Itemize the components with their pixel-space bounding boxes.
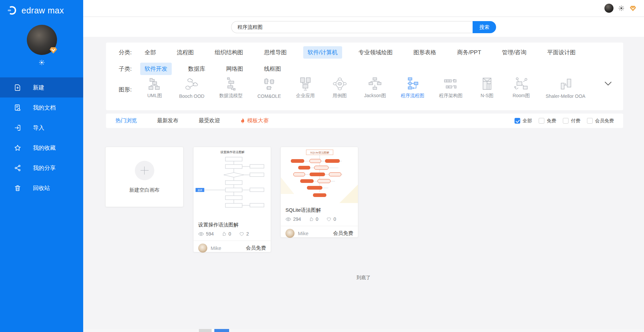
category-mindmap[interactable]: 思维导图 (260, 46, 291, 59)
shape-booch-ood[interactable]: Booch OOD (179, 78, 204, 99)
subcategory-wireframe[interactable]: 线框图 (260, 63, 285, 75)
new-blank-canvas-card[interactable]: 新建空白画布 (105, 147, 183, 207)
new-document-icon (13, 83, 21, 91)
brightness-icon[interactable] (0, 60, 83, 67)
enterprise-app-icon (298, 77, 313, 91)
shape-uml[interactable]: UML图 (145, 77, 164, 99)
app-title: edraw max (21, 6, 64, 15)
header-brightness-icon[interactable] (619, 5, 624, 11)
sidebar-item-label: 我的文档 (33, 104, 56, 112)
category-professional[interactable]: 专业领域绘图 (354, 46, 397, 59)
price-filter-all[interactable]: 全部 (515, 118, 532, 124)
checkbox-member-free[interactable] (587, 118, 593, 124)
category-flowchart[interactable]: 流程图 (172, 46, 198, 59)
price-label: 会员免费 (246, 245, 266, 251)
shape-room-diagram[interactable]: Room图 (512, 77, 531, 99)
price-filter-free[interactable]: 免费 (539, 118, 556, 124)
trash-icon (13, 184, 21, 192)
template-footer: Mike 会员免费 (194, 241, 271, 255)
hearts-heart-icon[interactable] (326, 217, 331, 221)
scrollbar-thumb[interactable] (214, 329, 229, 332)
end-of-list-text: 到底了 (83, 275, 644, 281)
template-stats: 294 0 0 (281, 213, 358, 226)
subcategory-software-dev[interactable]: 软件开发 (140, 63, 172, 75)
sidebar-item-trash[interactable]: 回收站 (0, 178, 83, 198)
search-button[interactable]: 搜索 (473, 21, 496, 33)
price-filter-member-free[interactable]: 会员免费 (587, 118, 614, 124)
vip-badge-icon (49, 46, 58, 54)
template-thumbnail[interactable]: 设置操作语法图解 (194, 147, 271, 218)
category-software-computer[interactable]: 软件/计算机 (303, 46, 342, 59)
shaler-mellor-ooa-icon (558, 78, 573, 92)
template-thumbnail[interactable]: SQLite语法图解 (281, 147, 358, 203)
category-business-ppt[interactable]: 商务/PPT (453, 46, 486, 59)
horizontal-scrollbar[interactable] (83, 329, 644, 332)
checkbox-all[interactable] (515, 118, 520, 124)
program-architecture-icon (443, 77, 458, 91)
dataflow-model-icon (223, 77, 238, 91)
user-avatar[interactable] (27, 25, 57, 55)
subcategory-database[interactable]: 数据库 (184, 63, 210, 75)
checkbox-paid[interactable] (563, 118, 569, 124)
likes-thumb-icon[interactable] (222, 231, 226, 236)
search-input[interactable] (231, 21, 473, 33)
price-label: 会员免费 (333, 230, 353, 237)
app-logo[interactable]: edraw max (7, 5, 64, 16)
sidebar-item-my-documents[interactable]: 我的文档 (0, 97, 83, 118)
jackson-diagram-icon (368, 77, 382, 91)
author-avatar[interactable] (198, 244, 207, 253)
views-eye-icon (198, 232, 204, 236)
category-management[interactable]: 管理/咨询 (498, 46, 531, 59)
category-graphic-table[interactable]: 图形表格 (409, 46, 441, 59)
category-all[interactable]: 全部 (140, 46, 160, 59)
expand-shapes-chevron-down-icon[interactable] (604, 81, 612, 86)
subcategory-network[interactable]: 网络图 (222, 63, 248, 75)
use-case-icon (332, 77, 347, 91)
import-icon (13, 124, 21, 132)
shape-ns-diagram[interactable]: N-S图 (477, 77, 497, 99)
shape-com-ole[interactable]: COM&OLE (257, 78, 281, 99)
sidebar-item-new[interactable]: 新建 (0, 77, 83, 97)
category-graphic-design[interactable]: 平面设计图 (543, 46, 580, 59)
checkbox-free[interactable] (539, 118, 544, 124)
author-avatar[interactable] (285, 229, 294, 238)
price-filter-paid[interactable]: 付费 (563, 118, 580, 124)
header-vip-icon[interactable] (629, 5, 637, 12)
shape-jackson[interactable]: Jackson图 (364, 77, 386, 99)
hearts-heart-icon[interactable] (239, 231, 244, 236)
category-label: 分类: (119, 49, 140, 56)
views-count: 594 (206, 231, 214, 237)
template-stats: 594 0 2 (194, 228, 271, 241)
scrollbar-segment (212, 329, 214, 332)
sidebar-item-import[interactable]: 导入 (0, 118, 83, 138)
header-user-avatar[interactable] (604, 4, 613, 13)
shape-use-case[interactable]: 用例图 (330, 77, 350, 99)
flame-icon (240, 118, 245, 124)
sidebar-item-favorites[interactable]: 我的收藏 (0, 138, 83, 158)
thumb-title-text: 设置操作语法图解 (220, 150, 245, 154)
main-area: 搜索 分类: 全部 流程图 组织结构图 思维导图 软件/计算机 专业领域绘图 图… (83, 0, 644, 332)
svg-text:选择: 选择 (198, 189, 202, 192)
template-title[interactable]: SQLite语法图解 (281, 203, 358, 213)
template-title[interactable]: 设置操作语法图解 (194, 218, 271, 228)
shape-program-flowchart[interactable]: 程序流程图 (401, 77, 424, 99)
tab-hot-browse[interactable]: 热门浏览 (115, 117, 137, 124)
room-diagram-icon (514, 77, 529, 91)
shape-enterprise-app[interactable]: 企业应用 (296, 77, 315, 99)
sidebar-menu: 新建 我的文档 导入 (0, 77, 83, 198)
sidebar-item-label: 回收站 (33, 184, 50, 192)
template-footer: Mike 会员免费 (281, 226, 358, 241)
views-eye-icon (285, 217, 291, 221)
shape-program-architecture[interactable]: 程序架构图 (439, 77, 463, 99)
shape-shaler-mellor-ooa[interactable]: Shaler-Mellor OOA (546, 78, 585, 99)
edraw-logo-icon (7, 5, 18, 16)
shape-dataflow-model[interactable]: 数据流模型 (219, 77, 243, 99)
ns-diagram-icon (480, 77, 494, 91)
sidebar-item-my-shares[interactable]: 我的分享 (0, 158, 83, 178)
tab-most-popular[interactable]: 最受欢迎 (199, 117, 220, 124)
likes-thumb-icon[interactable] (309, 217, 314, 221)
author-name: Mike (298, 230, 309, 236)
category-orgchart[interactable]: 组织结构图 (210, 46, 248, 59)
tab-newest[interactable]: 最新发布 (157, 117, 178, 124)
tab-template-contest[interactable]: 模板大赛 (240, 117, 269, 124)
